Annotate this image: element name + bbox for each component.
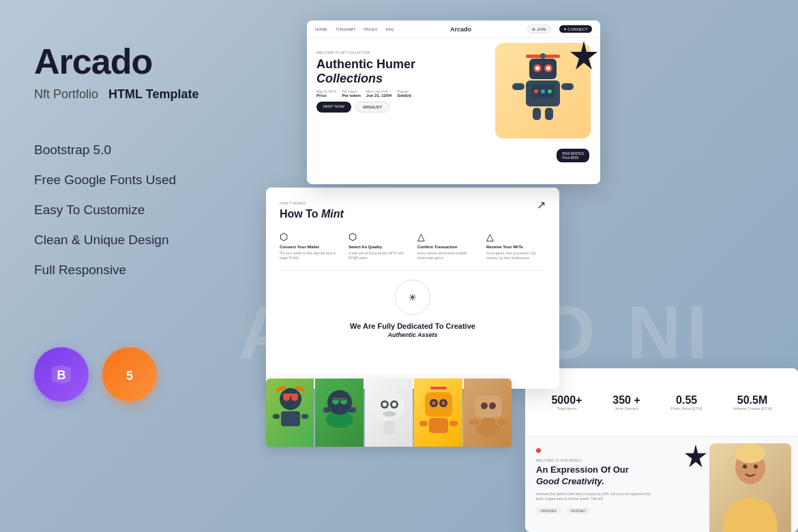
- sc-hero-right: 9000 MINTED Price $500: [482, 46, 591, 175]
- stat-label-4: Volume Trades [ETH]: [733, 407, 772, 411]
- svg-point-16: [541, 89, 545, 93]
- feature-design: Clean & Unique Design: [34, 233, 252, 248]
- stat-group-2: Per token Per token: [342, 89, 360, 98]
- stat-label-2: Joint Owners: [612, 407, 640, 411]
- svg-point-19: [280, 388, 301, 410]
- svg-marker-62: [685, 445, 707, 468]
- sc-how-eyebrow: HOW IT WORKS: [280, 201, 546, 205]
- arrow-up-right-icon: ↗: [537, 198, 546, 211]
- svg-point-40: [383, 411, 396, 417]
- svg-rect-56: [469, 419, 479, 425]
- tag-opensea: OPENSEA: [536, 507, 561, 514]
- screenshot-main: HOME TOKENMT PAGES FAQ Arcado ⊕ JOIN ✦ C…: [307, 20, 600, 184]
- stat-group-3: Mint Live LIVE Jun 21, 12/04: [366, 89, 391, 98]
- step2-desc: 4 add and all flying lenses NFTs with BT…: [349, 251, 408, 261]
- gallery-robot-5: [464, 379, 512, 447]
- svg-point-53: [489, 402, 496, 409]
- sc-stats-row: 5000+ Total Items 350 + Joint Owners 0.5…: [525, 368, 798, 437]
- gallery-item-4: [414, 379, 462, 447]
- svg-rect-57: [498, 419, 507, 425]
- svg-rect-23: [273, 414, 280, 419]
- feature-bootstrap: Bootstrap 5.0: [34, 143, 252, 158]
- sc-wishlist-btn: WISHLIST: [355, 102, 389, 113]
- sc-mint-btn: MINT NOW: [316, 102, 351, 113]
- sc-hero-stats: May 21 NFTs Price Per token Per token Mi…: [316, 89, 482, 98]
- sc-creativity-bottom: WELCOME TO OUR WORLD An Expression Of Ou…: [525, 437, 798, 532]
- sc-step-2: ⬡ Select An Quality 4 add and all flying…: [349, 231, 408, 261]
- sc-hero-title: Authentic Humer Collections: [316, 57, 482, 85]
- svg-point-60: [743, 464, 747, 469]
- svg-point-15: [534, 89, 538, 93]
- step1-icon: ⬡: [280, 231, 339, 242]
- svg-point-17: [548, 89, 552, 93]
- gallery-robot-2: [315, 379, 363, 447]
- step2-title: Select An Quality: [349, 245, 408, 249]
- tag-taosnet: TAOSNET: [566, 507, 590, 514]
- left-panel: Arcado Nft Portfolio HTML Template Boots…: [0, 0, 286, 532]
- screenshots-area: HOME TOKENMT PAGES FAQ Arcado ⊕ JOIN ✦ C…: [266, 0, 798, 532]
- svg-rect-14: [545, 108, 553, 120]
- gallery-item-1: [266, 379, 314, 447]
- stat-label-1: Total Items: [551, 407, 582, 411]
- stat-group-4: Presale Sold(n): [397, 89, 411, 98]
- step3-desc: Every bitcoin will include multiple bloc…: [417, 251, 477, 261]
- subtitle-bold: HTML Template: [108, 87, 198, 101]
- gallery-item-2: [315, 379, 363, 447]
- step3-icon: △: [417, 231, 477, 242]
- sc-divider: [280, 270, 546, 271]
- svg-point-46: [441, 401, 445, 405]
- sc-title-line2: Collections: [316, 72, 383, 85]
- sc-dedicated-area: ✳: [266, 280, 559, 315]
- nav-home: HOME: [315, 27, 327, 31]
- subtitle-normal: Nft Portfolio: [34, 87, 98, 101]
- starburst-creativity-icon: [682, 443, 709, 471]
- stat-number-2: 350 +: [612, 394, 640, 407]
- stat-volume: 50.5M Volume Trades [ETH]: [733, 394, 772, 411]
- icon-badges: B 5: [34, 347, 252, 402]
- sc-navbar: HOME TOKENMT PAGES FAQ Arcado ⊕ JOIN ✦ C…: [307, 20, 600, 38]
- step4-title: Receive Your NFTs: [486, 245, 546, 249]
- gallery-robot-3: [365, 379, 413, 447]
- step4-desc: Go to game, that at present I can choose…: [486, 251, 546, 261]
- gallery-item-5: [464, 379, 512, 447]
- svg-rect-48: [419, 421, 428, 426]
- sc-dedicated-title: We Are Fully Dedicated To Creative: [266, 322, 559, 330]
- feature-responsive: Full Responsive: [34, 263, 252, 278]
- sc-title-line1: Authentic Humer: [316, 57, 415, 71]
- html5-badge: 5: [102, 347, 157, 402]
- nav-pages: PAGES: [364, 27, 377, 31]
- step3-title: Confirm Transaction: [417, 245, 477, 249]
- svg-rect-11: [512, 83, 524, 90]
- sc-eyebrow: WELCOME TO NFT COLLECTION: [316, 50, 482, 55]
- gallery-robot-4: [414, 379, 462, 447]
- brand-title: Arcado: [34, 41, 252, 82]
- svg-rect-22: [281, 411, 300, 426]
- stat-total-items: 5000+ Total Items: [551, 394, 582, 411]
- stat-floor-price: 0.55 Floor Price [ETH]: [671, 394, 703, 411]
- stat-joint-owners: 350 + Joint Owners: [612, 394, 640, 411]
- svg-rect-49: [449, 421, 458, 426]
- sc-step-1: ⬡ Connect Your Wallet Put your wallet to…: [280, 231, 339, 261]
- svg-rect-50: [430, 387, 447, 389]
- gallery-item-3: [365, 379, 413, 447]
- gallery-robot-1: [266, 379, 314, 447]
- sc-join-btn: ⊕ JOIN: [527, 25, 550, 33]
- person-svg: [709, 443, 791, 532]
- svg-rect-12: [561, 83, 574, 90]
- svg-point-3: [540, 53, 546, 59]
- sc-brand: Arcado: [450, 26, 471, 33]
- sc-hero-btns: MINT NOW WISHLIST: [316, 102, 482, 113]
- sc-hero-left: WELCOME TO NFT COLLECTION Authentic Hume…: [316, 46, 482, 175]
- svg-rect-34: [348, 407, 356, 413]
- dot-icon: [536, 448, 541, 453]
- svg-rect-33: [323, 407, 331, 413]
- sc-price-badge: 9000 MINTED Price $500: [557, 149, 589, 162]
- feature-customize: Easy To Customize: [34, 203, 252, 218]
- sc-step-4: △ Receive Your NFTs Go to game, that at …: [486, 231, 546, 261]
- step1-title: Connect Your Wallet: [280, 245, 339, 249]
- sc-person-illustration: [709, 443, 791, 532]
- svg-rect-41: [384, 421, 395, 434]
- svg-point-8: [546, 66, 550, 70]
- svg-rect-24: [301, 414, 308, 419]
- step4-icon: △: [486, 231, 546, 242]
